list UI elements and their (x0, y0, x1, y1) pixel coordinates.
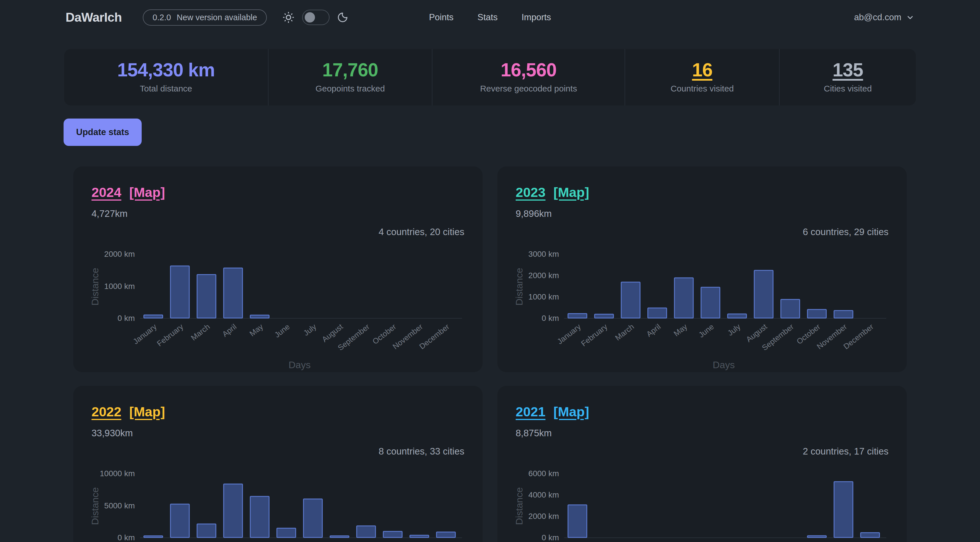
stat-label: Total distance (70, 84, 262, 94)
bar-march (621, 282, 640, 318)
bar-august (754, 270, 773, 318)
nav-item-points[interactable]: Points (427, 10, 455, 25)
theme-toggle-switch[interactable] (302, 10, 329, 25)
y-tick-label: 4000 km (528, 490, 559, 499)
year-card-2024: 2024[Map]4,727km4 countries, 20 citiesDi… (73, 167, 483, 372)
month-label: August (745, 322, 769, 344)
dashboard-page: DaWarIch 0.2.0 New version available Poi… (0, 0, 980, 542)
user-menu-button[interactable]: ab@cd.com (854, 12, 915, 22)
y-axis-title: Distance (92, 487, 100, 525)
bar-april (224, 268, 243, 318)
distance-bar-chart: Distance0 km2000 km4000 km6000 kmJanuary… (515, 461, 888, 542)
month-label: April (645, 322, 662, 339)
month-label: January (131, 322, 159, 346)
main-nav: PointsStatsImports (427, 10, 553, 25)
bar-april (224, 484, 243, 537)
nav-item-stats[interactable]: Stats (476, 10, 500, 25)
bar-august (330, 536, 349, 537)
bar-january (568, 314, 587, 318)
month-label: March (613, 322, 636, 342)
bar-may (250, 315, 269, 318)
y-tick-label: 5000 km (104, 501, 135, 510)
version-badge-label: New version available (177, 13, 257, 22)
y-axis-title: Distance (515, 268, 525, 305)
bar-january (144, 315, 163, 318)
bar-october (808, 310, 826, 318)
countries-cities-summary: 4 countries, 20 cities (92, 226, 465, 238)
year-distance: 4,727km (92, 208, 465, 219)
version-badge[interactable]: 0.2.0 New version available (143, 10, 267, 25)
bar-may (250, 496, 269, 537)
month-label: February (579, 322, 609, 348)
month-label: July (726, 322, 742, 338)
bar-june (277, 528, 296, 537)
x-axis-title: Days (288, 359, 310, 370)
bar-july (304, 499, 322, 537)
map-link-2022[interactable]: [Map] (129, 404, 165, 420)
stat-label: Countries visited (631, 84, 773, 94)
bar-january (144, 536, 163, 537)
year-card-2022: 2022[Map]33,930km8 countries, 33 citiesD… (73, 386, 483, 542)
month-label: August (320, 322, 345, 344)
bar-november (834, 311, 853, 318)
year-link-2022[interactable]: 2022 (92, 404, 121, 420)
distance-bar-chart: Distance0 km5000 km10000 kmJanuaryFebrua… (92, 461, 465, 542)
bar-june (701, 287, 720, 318)
version-number: 0.2.0 (153, 13, 171, 22)
countries-cities-summary: 2 countries, 17 cities (515, 446, 888, 457)
month-label: June (273, 322, 291, 339)
year-link-2023[interactable]: 2023 (515, 184, 546, 200)
stat-total-distance: 154,330 kmTotal distance (64, 49, 268, 105)
year-link-2024[interactable]: 2024 (92, 184, 121, 200)
y-tick-label: 0 km (542, 533, 559, 542)
month-label: December (418, 322, 451, 351)
y-tick-label: 1000 km (104, 282, 135, 291)
bar-february (170, 266, 189, 318)
map-link-2021[interactable]: [Map] (554, 404, 589, 420)
app-logo[interactable]: DaWarIch (65, 10, 122, 24)
stat-value[interactable]: 16 (631, 60, 773, 79)
countries-cities-summary: 8 countries, 33 cities (92, 446, 465, 457)
theme-toggle-knob (305, 12, 315, 22)
bar-november (834, 482, 853, 537)
y-tick-label: 0 km (118, 314, 135, 323)
stat-value[interactable]: 135 (785, 60, 910, 79)
month-label: July (302, 322, 318, 338)
nav-item-imports[interactable]: Imports (520, 10, 553, 25)
stat-value: 154,330 km (70, 60, 262, 79)
bar-july (728, 314, 746, 318)
year-cards-grid: 2024[Map]4,727km4 countries, 20 citiesDi… (64, 167, 916, 542)
bar-february (170, 504, 189, 537)
card-title-row: 2021[Map] (515, 404, 888, 420)
stats-row: 154,330 kmTotal distance17,760Geopoints … (64, 49, 916, 105)
y-tick-label: 0 km (542, 314, 559, 323)
countries-cities-summary: 6 countries, 29 cities (515, 226, 888, 238)
y-tick-label: 6000 km (528, 469, 559, 478)
stat-geopoints-tracked: 17,760Geopoints tracked (268, 49, 432, 105)
y-axis-title: Distance (92, 268, 100, 305)
stat-label: Cities visited (785, 84, 910, 94)
moon-icon (337, 12, 348, 23)
update-stats-button[interactable]: Update stats (64, 119, 142, 146)
year-card-2023: 2023[Map]9,896km6 countries, 29 citiesDi… (497, 167, 907, 372)
map-link-2023[interactable]: [Map] (554, 184, 589, 200)
y-tick-label: 1000 km (528, 292, 559, 301)
year-distance: 9,896km (515, 208, 888, 219)
stat-label: Reverse geocoded points (438, 84, 619, 94)
bar-september (781, 299, 800, 318)
month-label: December (842, 322, 875, 351)
chevron-down-icon (906, 13, 915, 22)
map-link-2024[interactable]: [Map] (129, 184, 165, 200)
bar-april (648, 308, 667, 318)
y-tick-label: 10000 km (100, 469, 135, 478)
month-label: February (155, 322, 185, 348)
y-tick-label: 2000 km (528, 271, 559, 280)
y-tick-label: 2000 km (104, 250, 135, 259)
year-link-2021[interactable]: 2021 (515, 404, 546, 420)
sun-icon (282, 11, 295, 24)
bar-november (410, 535, 429, 537)
bar-may (675, 278, 693, 318)
bar-february (595, 314, 613, 318)
bar-october (808, 536, 826, 537)
top-navbar: DaWarIch 0.2.0 New version available Poi… (0, 0, 980, 35)
